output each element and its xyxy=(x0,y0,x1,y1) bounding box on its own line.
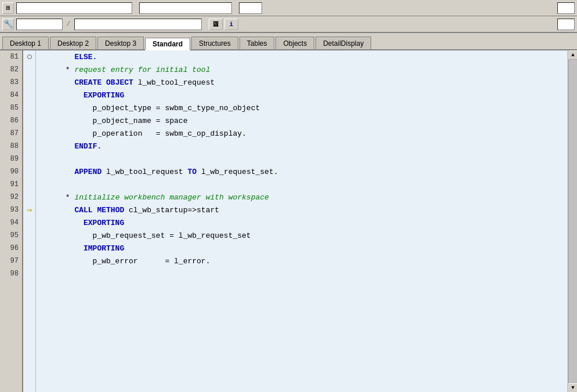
line-number-gutter: 818283848586878889909192939495969798 xyxy=(0,50,23,392)
marker-88 xyxy=(23,140,35,153)
code-segment: p_wb_request_set = l_wb_request_set xyxy=(38,231,251,240)
marker-96 xyxy=(23,242,35,255)
code-line-95[interactable]: p_wb_request_set = l_wb_request_set xyxy=(38,229,568,242)
marker-83 xyxy=(23,76,35,89)
editor-container: 818283848586878889909192939495969798 ⇒ E… xyxy=(0,50,577,392)
marker-90 xyxy=(23,165,35,178)
tab-tables[interactable]: Tables xyxy=(239,37,275,49)
marker-93: ⇒ xyxy=(23,204,35,216)
code-segment: TO xyxy=(187,168,197,176)
line-num-92: 92 xyxy=(0,191,22,204)
tab-detaildisplay[interactable]: DetailDisplay xyxy=(315,37,371,49)
code-line-91[interactable] xyxy=(38,178,568,191)
info-icon[interactable]: i xyxy=(224,19,238,30)
code-segment: request entry for initial tool xyxy=(74,66,210,74)
line-num-93: 93 xyxy=(0,204,22,216)
code-segment: initialize workbench manager with worksp… xyxy=(74,193,268,202)
tab-desktop-2[interactable]: Desktop 2 xyxy=(50,37,96,49)
code-line-94[interactable]: EXPORTING xyxy=(38,216,568,229)
code-line-98[interactable] xyxy=(38,267,568,280)
code-line-86[interactable]: p_object_name = space xyxy=(38,114,568,127)
line-num-89: 89 xyxy=(0,153,22,165)
tab-bar: Desktop 1Desktop 2Desktop 3StandardStruc… xyxy=(0,33,577,50)
marker-84 xyxy=(23,89,35,101)
scroll-down-button[interactable]: ▼ xyxy=(568,383,577,392)
line-num-96: 96 xyxy=(0,242,22,255)
sysubrc-field[interactable] xyxy=(557,2,575,14)
line-num-85: 85 xyxy=(0,101,22,114)
line-num-83: 83 xyxy=(0,76,22,89)
code-area[interactable]: ELSE. * request entry for initial tool C… xyxy=(36,50,568,392)
code-line-84[interactable]: EXPORTING xyxy=(38,89,568,101)
code-line-83[interactable]: CREATE OBJECT l_wb_tool_request xyxy=(38,76,568,89)
line-num-87: 87 xyxy=(0,127,22,140)
code-line-96[interactable]: IMPORTING xyxy=(38,242,568,255)
code-segment: EXPORTING xyxy=(84,91,124,100)
code-segment: l_wb_tool_request xyxy=(133,78,215,87)
code-line-81[interactable]: ELSE. xyxy=(38,50,568,63)
line-field[interactable] xyxy=(239,2,262,14)
code-line-89[interactable] xyxy=(38,153,568,165)
tab-desktop-3[interactable]: Desktop 3 xyxy=(97,37,144,49)
code-segment: ELSE. xyxy=(38,53,97,61)
line-num-82: 82 xyxy=(0,63,22,76)
code-segment xyxy=(38,142,74,151)
marker-91 xyxy=(23,178,35,191)
program-icon[interactable]: ⊞ xyxy=(2,2,14,14)
code-segment: IMPORTING xyxy=(84,244,124,253)
code-segment: l_wb_tool_request xyxy=(101,168,187,176)
code-segment: cl_wb_startup=>start xyxy=(124,206,219,215)
line-num-98: 98 xyxy=(0,267,22,280)
line-num-84: 84 xyxy=(0,89,22,101)
marker-column: ⇒ xyxy=(23,50,36,392)
code-line-87[interactable]: p_operation = swbm_c_op_display. xyxy=(38,127,568,140)
marker-86 xyxy=(23,114,35,127)
code-segment: CREATE OBJECT xyxy=(74,78,133,87)
tab-structures[interactable]: Structures xyxy=(191,37,238,49)
tab-desktop-1[interactable]: Desktop 1 xyxy=(2,37,49,49)
marker-82 xyxy=(23,63,35,76)
line-num-97: 97 xyxy=(0,255,22,267)
code-line-82[interactable]: * request entry for initial tool xyxy=(38,63,568,76)
scroll-track[interactable] xyxy=(568,60,577,383)
code-segment xyxy=(38,168,74,176)
code-segment: * xyxy=(38,66,74,74)
func-name-field[interactable] xyxy=(74,19,202,30)
line-num-88: 88 xyxy=(0,140,22,153)
code-segment: APPEND xyxy=(74,168,101,176)
code-segment: p_object_type = swbm_c_type_no_object xyxy=(38,104,260,112)
include-field[interactable] xyxy=(139,2,232,14)
code-segment xyxy=(38,78,74,87)
tab-objects[interactable]: Objects xyxy=(275,37,314,49)
line-num-90: 90 xyxy=(0,165,22,178)
function-icon[interactable]: 🔧 xyxy=(2,19,14,30)
func-label-field xyxy=(16,19,63,30)
sytabix-field[interactable] xyxy=(557,19,575,30)
code-line-88[interactable]: ENDIF. xyxy=(38,140,568,153)
code-segment xyxy=(38,91,84,100)
code-segment: * xyxy=(38,193,74,202)
code-segment: p_object_name = space xyxy=(38,117,187,125)
marker-89 xyxy=(23,153,35,165)
vertical-scrollbar[interactable]: ▲ ▼ xyxy=(568,50,577,392)
marker-94 xyxy=(23,216,35,229)
line-num-86: 86 xyxy=(0,114,22,127)
tab-standard[interactable]: Standard xyxy=(145,38,190,50)
scroll-up-button[interactable]: ▲ xyxy=(568,50,577,60)
toolbar-row1: ⊞ xyxy=(0,0,577,16)
code-segment: EXPORTING xyxy=(84,219,124,227)
display-icon[interactable]: 🖼 xyxy=(209,19,223,30)
code-segment: ENDIF. xyxy=(74,142,101,151)
code-line-85[interactable]: p_object_type = swbm_c_type_no_object xyxy=(38,101,568,114)
code-line-90[interactable]: APPEND l_wb_tool_request TO l_wb_request… xyxy=(38,165,568,178)
line-num-81: 81 xyxy=(0,50,22,63)
marker-85 xyxy=(23,101,35,114)
program-field[interactable] xyxy=(16,2,132,14)
code-line-93[interactable]: CALL METHOD cl_wb_startup=>start xyxy=(38,204,568,216)
code-segment: CALL METHOD xyxy=(74,206,124,215)
code-line-97[interactable]: p_wb_error = l_error. xyxy=(38,255,568,267)
marker-87 xyxy=(23,127,35,140)
arrow-icon: ⇒ xyxy=(27,204,32,216)
code-line-92[interactable]: * initialize workbench manager with work… xyxy=(38,191,568,204)
code-segment xyxy=(38,244,84,253)
